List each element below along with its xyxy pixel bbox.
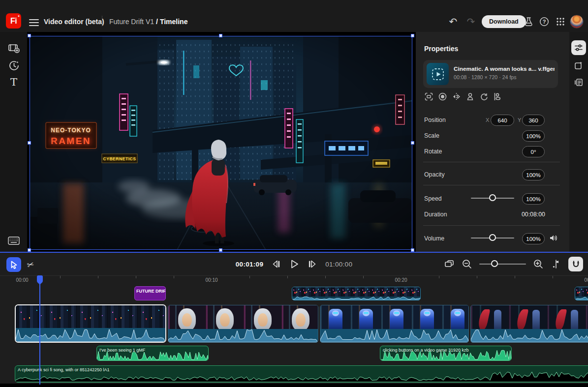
fit-timeline-icon[interactable] (444, 259, 455, 269)
playhead-handle[interactable] (37, 275, 43, 283)
timeline-zoom-thumb[interactable] (491, 260, 498, 267)
captions-button[interactable] (571, 75, 586, 89)
audio-clip-2[interactable]: clicking buttons on a video game 31920 k… (380, 346, 512, 361)
flip-horizontal-icon[interactable] (452, 92, 461, 101)
clip-thumbnail (381, 287, 391, 297)
volume-slider-thumb[interactable] (489, 234, 496, 241)
ruler-label: 00:10 (205, 277, 217, 283)
overlay-video-clip[interactable] (292, 287, 421, 300)
add-media-icon[interactable] (7, 42, 20, 55)
ruler-tick (439, 276, 439, 278)
video-clip-4[interactable] (470, 305, 588, 343)
music-clip[interactable]: A cyberpunk sci fi song, with or 8512422… (15, 365, 588, 383)
clip-thumbnail (292, 287, 302, 297)
clip-thumbnail (16, 305, 46, 328)
timeline-zoom-slider[interactable] (479, 264, 526, 265)
clip-waveform (292, 297, 420, 300)
firefly-logo[interactable]: Fi (6, 13, 21, 29)
overlay-video-clip-2[interactable] (575, 287, 588, 300)
clip-thumbnail (371, 287, 381, 297)
overlay-track: FUTURE DRIF (0, 286, 588, 301)
snap-magnet-button[interactable] (568, 257, 583, 271)
keyboard-shortcuts-icon[interactable] (7, 234, 20, 247)
duration-row: Duration 00:08:00 (416, 208, 569, 221)
speed-slider[interactable] (471, 198, 514, 199)
properties-tab-button[interactable] (571, 40, 586, 55)
clip-thumbnail (168, 305, 206, 329)
breadcrumb-project[interactable]: Future Drift V1 (109, 18, 154, 26)
playhead[interactable] (39, 275, 40, 385)
redo-icon[interactable]: ↷ (465, 16, 476, 27)
video-preview-canvas[interactable]: NEO-TOKYO RAMEN CYBERNETICS (30, 36, 412, 250)
rotate-input[interactable]: 0° (522, 146, 545, 157)
freeze-frame-icon[interactable] (466, 92, 474, 101)
next-frame-icon[interactable] (307, 259, 318, 269)
speed-input[interactable]: 100% (522, 193, 545, 205)
duration-label: Duration (424, 211, 447, 218)
hamburger-menu-icon[interactable] (29, 17, 39, 25)
rotate-icon[interactable] (480, 92, 488, 101)
cyberpunk-scene: NEO-TOKYO RAMEN CYBERNETICS (30, 36, 412, 250)
volume-slider[interactable] (471, 238, 514, 238)
user-avatar[interactable] (570, 15, 584, 29)
previous-frame-icon[interactable] (271, 259, 281, 269)
volume-input[interactable]: 100% (522, 233, 545, 244)
selection-handle-mid-left[interactable] (28, 141, 31, 145)
clip-thumbnail (509, 305, 548, 329)
zoom-out-icon[interactable] (462, 259, 472, 269)
crop-icon[interactable] (425, 92, 433, 101)
scale-input[interactable]: 100% (522, 130, 545, 142)
clip-audio-waveform (16, 328, 165, 342)
ruler-tick (249, 276, 250, 278)
ruler-tick (98, 276, 98, 278)
y-axis-label: Y (518, 117, 521, 123)
clip-audio-waveform (320, 329, 468, 342)
speed-slider-thumb[interactable] (489, 194, 496, 201)
selection-handle-top-left[interactable] (28, 34, 31, 37)
video-clip-1-selected[interactable] (15, 304, 166, 343)
clip-thumbnail (244, 305, 282, 329)
selection-handle-top-center[interactable] (219, 34, 222, 37)
opacity-input[interactable]: 100% (522, 169, 545, 180)
generate-clock-icon[interactable] (7, 59, 20, 72)
align-icon[interactable] (494, 92, 502, 101)
video-clip-2[interactable] (168, 305, 318, 343)
ruler-label: 00:00 (16, 277, 28, 283)
clip-filmstrip (320, 305, 468, 329)
undo-icon[interactable]: ↶ (448, 16, 459, 27)
clip-filmstrip (471, 305, 588, 329)
selection-handle-top-right[interactable] (411, 34, 414, 37)
position-y-input[interactable]: 360 (522, 115, 545, 126)
ruler-tick (60, 276, 61, 278)
apps-grid-icon[interactable] (555, 16, 566, 27)
selection-handle-bottom-center[interactable] (219, 248, 222, 252)
audio-clip-label: I've been seeing 1 gMF (99, 348, 145, 353)
breadcrumb[interactable]: Future Drift V1/Timeline (109, 18, 187, 26)
selection-handle-bottom-right[interactable] (411, 248, 414, 252)
clip-thumbnail (410, 287, 420, 297)
speaker-icon[interactable] (549, 234, 557, 242)
beaker-icon[interactable] (523, 16, 534, 27)
audio-clip-1[interactable]: I've been seeing 1 gMF (96, 346, 209, 361)
help-icon[interactable]: ? (539, 16, 550, 27)
duration-value: 00:08:00 (522, 211, 545, 218)
playhead-snap-icon[interactable] (551, 259, 561, 269)
text-tool-icon[interactable]: T (7, 76, 20, 89)
timeline-ruler[interactable]: 00:0000:1000:2000:30 (0, 275, 588, 284)
play-icon[interactable] (289, 259, 300, 269)
ruler-tick (174, 276, 174, 278)
mask-icon[interactable] (438, 92, 447, 101)
generative-edit-button[interactable] (571, 58, 586, 73)
selected-clip-card[interactable]: Cinematic. A woman looks a... v.ffgenvid… (423, 60, 558, 88)
selection-handle-bottom-left[interactable] (28, 248, 31, 252)
selection-handle-mid-right[interactable] (411, 141, 414, 145)
clip-thumbnail (322, 287, 332, 297)
zoom-in-icon[interactable] (533, 259, 544, 269)
position-x-input[interactable]: 640 (491, 115, 514, 126)
ruler-tick (136, 276, 136, 278)
clip-thumbnail (138, 305, 165, 328)
video-clip-3[interactable] (320, 305, 469, 343)
clip-audio-waveform (168, 329, 318, 342)
download-button[interactable]: Download (482, 15, 526, 28)
title-clip[interactable]: FUTURE DRIF (134, 286, 166, 300)
